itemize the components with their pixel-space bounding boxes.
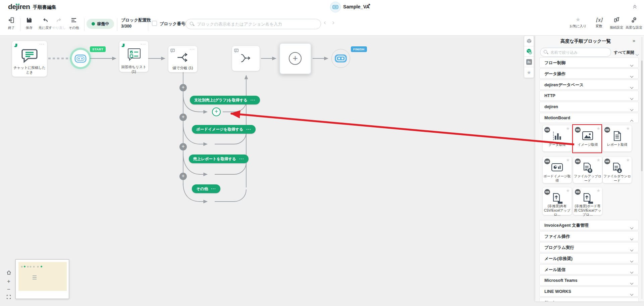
- node-label: 値で分岐 (1): [169, 65, 197, 71]
- page-title: 手順書編集: [33, 4, 56, 10]
- section-file-operations[interactable]: ファイル操作: [539, 231, 639, 241]
- star-icon[interactable]: ★: [626, 126, 630, 131]
- star-icon[interactable]: ★: [626, 158, 630, 163]
- variables-button[interactable]: [x] 変数: [590, 16, 608, 29]
- star-icon[interactable]: ★: [566, 158, 570, 163]
- section-program-execution[interactable]: プログラム実行: [539, 242, 639, 252]
- star-icon[interactable]: ★: [596, 188, 600, 193]
- node-menu-dots[interactable]: ···: [39, 41, 45, 46]
- section-invoiceagent[interactable]: InvoiceAgent 文書管理: [539, 220, 639, 230]
- branch-pill[interactable]: 支社別売上(グラフ)を取得する ···: [190, 96, 260, 104]
- branch-pill[interactable]: ボードイメージを取得する ···: [192, 125, 256, 134]
- exit-button[interactable]: 終了: [3, 17, 20, 30]
- node-chat-trigger[interactable]: ··· チャットに投稿したとき: [12, 41, 47, 77]
- chevron-down-icon: [630, 226, 634, 229]
- more-button[interactable]: その他: [65, 17, 83, 30]
- zoom-fit-button[interactable]: [4, 295, 13, 300]
- section-motionboard[interactable]: MotionBoard: [539, 113, 639, 123]
- node-start-robot[interactable]: [72, 50, 89, 67]
- node-wait-list[interactable]: ··· 回答待ちリスト (1): [119, 41, 148, 72]
- block-card-board-image-get[interactable]: MB ★ ボードイメージ取得: [543, 157, 572, 183]
- node-branch[interactable]: ··· 値で分岐 (1): [168, 46, 197, 72]
- node-merge[interactable]: [232, 46, 260, 71]
- favorites-button[interactable]: ★ お気に入り: [568, 16, 588, 29]
- tab-favorites[interactable]: ★: [524, 67, 534, 78]
- add-branch-button[interactable]: +: [179, 143, 187, 150]
- pill-menu-dots[interactable]: ···: [239, 157, 244, 161]
- chat-bubble-icon: [21, 48, 38, 64]
- expand-all-button[interactable]: すべて展開: [614, 50, 634, 55]
- dejiren-mark-icon: [14, 43, 18, 49]
- node-menu-dots[interactable]: ···: [141, 41, 146, 46]
- block-search-input[interactable]: [197, 22, 317, 27]
- block-filter-input[interactable]: [550, 50, 607, 54]
- block-number-search-checkbox[interactable]: [152, 21, 157, 26]
- section-label: プログラム実行: [544, 245, 574, 251]
- robot-icon: [332, 5, 339, 9]
- section-mail-deprecated[interactable]: メール(非推奨): [539, 253, 639, 263]
- add-branch-button[interactable]: +: [179, 84, 187, 91]
- block-card-file-upload[interactable]: MB ★ ファイルアップロード: [573, 157, 602, 183]
- add-branch-button[interactable]: +: [179, 173, 187, 180]
- star-icon[interactable]: ★: [596, 158, 600, 163]
- panel-scrollbar-thumb[interactable]: [641, 60, 643, 171]
- block-card-shared-csv-upload[interactable]: MB ★ (非推奨)共有 CSV/Excelアップロ…: [543, 187, 572, 215]
- next-page-arrow[interactable]: ›: [332, 18, 334, 26]
- node-menu-dots[interactable]: ···: [190, 46, 195, 51]
- section-line-works[interactable]: LINE WORKS: [539, 287, 639, 297]
- star-icon: ★: [575, 16, 580, 23]
- panel-collapse-button[interactable]: »: [633, 38, 635, 43]
- chevron-down-icon: [630, 97, 634, 100]
- section-slack[interactable]: Slack: [539, 298, 639, 301]
- tab-functions[interactable]: fn: [524, 57, 534, 67]
- block-count-value: 3/300: [121, 24, 131, 29]
- insert-block-target[interactable]: +: [212, 107, 221, 116]
- add-branch-button[interactable]: +: [179, 114, 187, 121]
- block-card-file-download[interactable]: MB ★ ファイルダウンロード: [603, 157, 632, 183]
- pill-menu-dots[interactable]: ···: [246, 127, 251, 132]
- block-card-data-get[interactable]: MB ★ データ取得: [543, 125, 572, 151]
- star-icon[interactable]: ★: [566, 126, 570, 131]
- zoom-home-button[interactable]: [4, 270, 13, 276]
- tab-advanced-blocks[interactable]: [524, 46, 534, 57]
- pill-menu-dots[interactable]: ···: [211, 186, 216, 191]
- expand-all-chevron-icon[interactable]: [636, 51, 638, 57]
- node-add-placeholder[interactable]: +: [279, 43, 311, 74]
- zoom-out-button[interactable]: −: [4, 287, 13, 292]
- va-name: Sample_VA: [343, 4, 370, 9]
- collapse-header-button[interactable]: [632, 3, 639, 11]
- section-label: Microsoft Teams: [544, 278, 577, 283]
- section-flow-control[interactable]: フロー制御: [539, 57, 639, 68]
- section-dejiren-database[interactable]: dejirenデータベース: [539, 80, 639, 90]
- star-icon[interactable]: ★: [566, 188, 570, 193]
- tab-basic-blocks[interactable]: [524, 36, 534, 46]
- chevron-down-icon: [630, 281, 634, 285]
- zoom-in-button[interactable]: +: [4, 278, 13, 284]
- toolbar: 終了 保存 元に戻す やり直し その他 稼働中 ブロック配置数 3/300: [0, 14, 644, 36]
- va-avatar: [330, 2, 341, 12]
- section-mail-send[interactable]: メール送信: [539, 264, 639, 274]
- block-label: レポート取得: [603, 143, 631, 147]
- pill-menu-dots[interactable]: ···: [251, 98, 256, 102]
- star-icon[interactable]: ★: [596, 126, 600, 131]
- save-button[interactable]: 保存: [20, 17, 38, 30]
- block-card-board-csv-upload[interactable]: MB ★ (非推奨)ボード専用 CSV/Excelアップロ…: [573, 187, 602, 215]
- block-label: ファイルアップロード: [574, 174, 601, 183]
- cube-icon: [526, 38, 532, 44]
- prev-page-arrow[interactable]: ‹: [324, 18, 326, 26]
- node-finish-robot[interactable]: [331, 49, 350, 68]
- branch-pill-label: 売上レポートを取得する: [193, 157, 236, 162]
- block-card-image-get[interactable]: MB ★ イメージ取得: [573, 125, 602, 151]
- connection-settings-button[interactable]: 接続設定: [608, 16, 625, 30]
- block-card-report-get[interactable]: MB ★ レポート取得: [603, 125, 632, 151]
- branch-pill[interactable]: 売上レポートを取得する ···: [189, 155, 249, 163]
- section-data-operations[interactable]: データ操作: [539, 69, 639, 79]
- minimap[interactable]: [15, 259, 69, 299]
- section-microsoft-teams[interactable]: Microsoft Teams: [539, 275, 639, 286]
- section-http[interactable]: HTTP: [539, 91, 639, 101]
- branch-pill[interactable]: その他 ···: [192, 184, 220, 193]
- advanced-settings-button[interactable]: 高度な設定: [625, 16, 643, 30]
- node-label: 回答待ちリスト (1): [120, 64, 148, 74]
- dejiren-mark-icon: [121, 43, 126, 49]
- section-dejiren[interactable]: dejiren: [539, 102, 639, 112]
